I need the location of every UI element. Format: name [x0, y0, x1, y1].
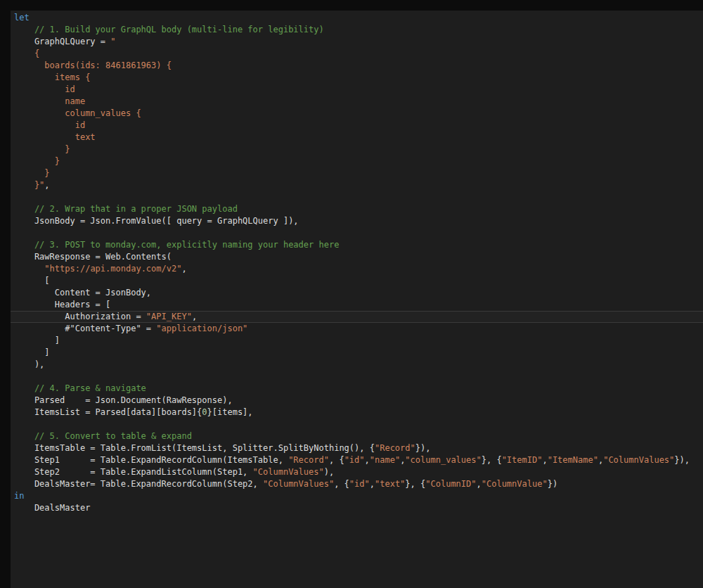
code-token-string: "ColumnValues"	[603, 455, 674, 465]
code-line[interactable]	[11, 371, 703, 383]
code-token-string: "ColumnValues"	[263, 479, 334, 489]
code-line[interactable]: Step2 = Table.ExpandListColumn(Step1, "C…	[11, 466, 703, 478]
code-token-default-text: ItemsTable = Table.FromList(ItemsList, S…	[14, 443, 375, 453]
code-token-default-text: Authorization =	[14, 312, 146, 321]
code-token-comment: // 5. Convert to table & expand	[14, 431, 192, 441]
code-token-default-text: }, {	[482, 455, 502, 465]
code-token-default-text: }[items],	[207, 407, 253, 417]
code-line[interactable]: id	[11, 120, 703, 132]
code-line[interactable]: // 4. Parse & navigate	[11, 383, 703, 395]
code-token-string: "Record"	[288, 455, 329, 465]
code-token-string: id	[14, 120, 85, 130]
code-token-default-text: Parsed = Json.Document(RawResponse),	[14, 395, 233, 405]
code-line[interactable]: // 2. Wrap that in a proper JSON payload	[11, 203, 703, 215]
code-token-default-text: ,	[44, 180, 49, 190]
code-token-default-text: ItemsList = Parsed[data][boards]{	[14, 407, 202, 417]
code-token-default-text: RawResponse = Web.Contents(	[14, 252, 172, 262]
code-line[interactable]: ),	[11, 359, 703, 371]
code-line[interactable]: "https://api.monday.com/v2",	[11, 263, 703, 275]
code-token-comment: // 4. Parse & navigate	[14, 383, 146, 393]
code-token-string: "ColumnValues"	[253, 467, 324, 477]
code-token-default-text: #"Content-Type" =	[14, 324, 156, 333]
code-token-string: boards(ids: 8461861963) {	[14, 60, 172, 70]
code-line[interactable]: ]	[11, 347, 703, 359]
code-line[interactable]: }	[11, 167, 703, 179]
code-line[interactable]: name	[11, 96, 703, 108]
code-token-number: 0	[202, 407, 207, 417]
code-line[interactable]: Headers = [	[11, 299, 703, 311]
code-line[interactable]: DealsMaster	[11, 502, 703, 514]
code-line[interactable]: in	[11, 490, 703, 502]
code-token-string: id	[14, 84, 75, 94]
code-token-string: text	[14, 132, 96, 142]
code-token-string: }	[14, 144, 70, 154]
code-token-default-text: ),	[14, 359, 44, 369]
code-token-string: "column_values"	[405, 455, 481, 465]
code-line-current[interactable]: Authorization = "API_KEY",	[11, 311, 703, 323]
code-line[interactable]	[11, 191, 703, 203]
code-line[interactable]	[11, 418, 703, 430]
code-token-default-text: ,	[365, 455, 370, 465]
code-token-default-text: GraphQLQuery =	[14, 37, 110, 46]
code-token-string: "text"	[375, 479, 405, 489]
code-line[interactable]: RawResponse = Web.Contents(	[11, 251, 703, 263]
code-line[interactable]: Content = JsonBody,	[11, 287, 703, 299]
code-token-default-text: JsonBody = Json.FromValue([ query = Grap…	[14, 216, 299, 226]
code-line[interactable]: JsonBody = Json.FromValue([ query = Grap…	[11, 215, 703, 227]
code-line[interactable]: }",	[11, 179, 703, 191]
code-token-default-text: ,	[192, 312, 197, 321]
code-line[interactable]: GraphQLQuery = "	[11, 36, 703, 48]
code-token-string: "ColumnID"	[425, 479, 476, 489]
code-line[interactable]: // 3. POST to monday.com, explicitly nam…	[11, 239, 703, 251]
code-line[interactable]: }	[11, 155, 703, 167]
code-line[interactable]: id	[11, 84, 703, 96]
code-editor[interactable]: let // 1. Build your GraphQL body (multi…	[11, 11, 703, 588]
code-token-default-text: DealsMaster= Table.ExpandRecordColumn(St…	[14, 479, 263, 489]
code-line[interactable]: ItemsList = Parsed[data][boards]{0}[item…	[11, 407, 703, 418]
code-line[interactable]: // 1. Build your GraphQL body (multi-lin…	[11, 24, 703, 36]
code-token-default-text	[14, 264, 44, 274]
code-token-default-text: ,	[542, 455, 547, 465]
code-token-default-text: ),	[324, 467, 334, 477]
code-token-string: name	[14, 96, 85, 106]
code-token-comment: // 3. POST to monday.com, explicitly nam…	[14, 240, 339, 250]
code-token-default-text: ]	[14, 335, 60, 345]
code-token-string: {	[14, 49, 39, 58]
code-line[interactable]: Step1 = Table.ExpandRecordColumn(ItemsTa…	[11, 454, 703, 466]
code-area[interactable]: let // 1. Build your GraphQL body (multi…	[11, 12, 703, 514]
code-line[interactable]: column_values {	[11, 108, 703, 120]
code-token-string: "Record"	[375, 443, 415, 453]
code-line[interactable]: // 5. Convert to table & expand	[11, 430, 703, 442]
code-line[interactable]: let	[11, 12, 703, 24]
code-token-default-text: Headers = [	[14, 300, 110, 309]
code-token-default-text: Step1 = Table.ExpandRecordColumn(ItemsTa…	[14, 455, 288, 465]
code-line[interactable]: ]	[11, 335, 703, 347]
code-line[interactable]: items {	[11, 72, 703, 84]
code-line[interactable]: {	[11, 48, 703, 60]
code-token-string: "API_KEY"	[146, 312, 192, 321]
code-line[interactable]: }	[11, 143, 703, 155]
code-line[interactable]: DealsMaster= Table.ExpandRecordColumn(St…	[11, 478, 703, 490]
code-token-default-text: }),	[415, 443, 431, 453]
code-token-comment: // 2. Wrap that in a proper JSON payload	[14, 204, 238, 214]
code-line[interactable]: text	[11, 132, 703, 143]
window-frame-top	[0, 0, 703, 11]
code-token-string: }	[14, 156, 60, 166]
code-token-string: "application/json"	[156, 324, 247, 333]
code-line[interactable]	[11, 227, 703, 239]
code-token-default-text: })	[548, 479, 557, 489]
code-token-string: "	[110, 37, 115, 46]
code-token-keyword: let	[14, 13, 30, 23]
code-token-string: "ItemID"	[502, 455, 543, 465]
code-line[interactable]: [	[11, 275, 703, 287]
code-line[interactable]: ItemsTable = Table.FromList(ItemsList, S…	[11, 442, 703, 454]
code-token-default-text: , {	[334, 479, 349, 489]
code-token-default-text: ,	[370, 479, 375, 489]
code-line[interactable]: Parsed = Json.Document(RawResponse),	[11, 395, 703, 407]
code-line[interactable]: boards(ids: 8461861963) {	[11, 60, 703, 72]
code-token-string: "id"	[344, 455, 365, 465]
code-line[interactable]: #"Content-Type" = "application/json"	[11, 323, 703, 335]
code-token-default-text: [	[14, 276, 50, 286]
code-token-default-text: , {	[329, 455, 344, 465]
code-token-default-text: }, {	[405, 479, 425, 489]
